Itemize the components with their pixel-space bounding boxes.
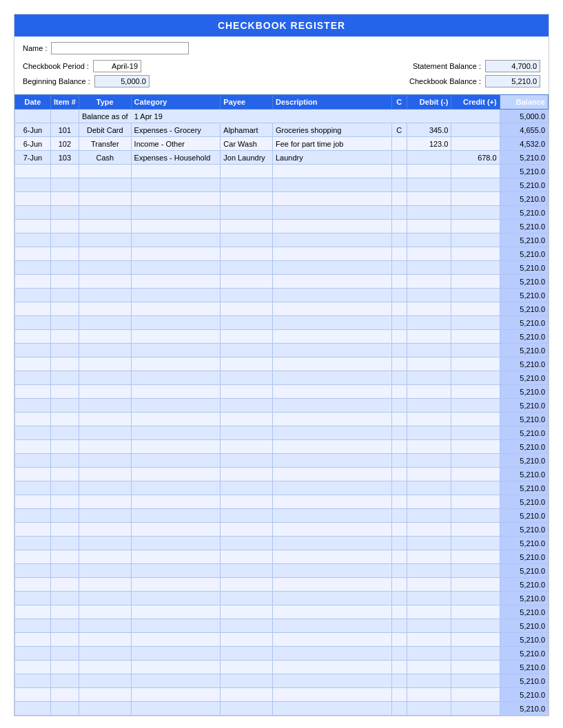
col-header-description: Description (272, 95, 391, 110)
empty-cell (221, 688, 273, 702)
empty-cell (451, 564, 500, 578)
empty-cell (50, 523, 79, 537)
name-input[interactable] (51, 42, 189, 54)
empty-cell (451, 233, 500, 247)
empty-cell (15, 371, 51, 385)
balance-cell: 5,210.0 (500, 220, 548, 233)
empty-cell (272, 468, 391, 481)
empty-cell (407, 702, 451, 716)
empty-cell (451, 178, 500, 192)
empty-cell (391, 523, 407, 537)
empty-cell (272, 344, 391, 357)
empty-cell (451, 661, 500, 674)
empty-cell (451, 702, 500, 716)
statement-input[interactable] (485, 60, 540, 72)
empty-cell (451, 165, 500, 178)
empty-cell (79, 537, 131, 550)
balance-cell: 5,210.0 (500, 371, 548, 385)
empty-cell (79, 509, 131, 523)
empty-cell (50, 357, 79, 371)
balance-cell: 5,210.0 (500, 413, 548, 426)
empty-cell (391, 440, 407, 454)
empty-cell (272, 399, 391, 413)
balance-cell: 5,210.0 (500, 619, 548, 633)
empty-cell (451, 413, 500, 426)
empty-cell (50, 233, 79, 247)
empty-cell (50, 633, 79, 647)
balance-as-of-label: Balance as of 1 Apr 19 (79, 110, 500, 123)
meta-section: Name : Checkbook Period : Statement Bala… (14, 37, 549, 90)
empty-cell (272, 578, 391, 592)
empty-cell (391, 633, 407, 647)
balance-cell: 5,210.0 (500, 537, 548, 550)
empty-cell (407, 647, 451, 661)
table-cell: 6-Jun (15, 123, 51, 137)
empty-cell (50, 206, 79, 220)
checkbook-input[interactable] (485, 75, 540, 87)
balance-cell: 5,210.0 (500, 605, 548, 619)
empty-cell (451, 206, 500, 220)
beginning-checkbook-row: Beginning Balance : Checkbook Balance : (23, 75, 540, 87)
statement-label: Statement Balance : (413, 62, 481, 70)
beginning-input[interactable] (94, 75, 150, 87)
empty-cell (15, 275, 51, 289)
empty-cell (451, 550, 500, 564)
empty-cell (15, 344, 51, 357)
empty-cell (451, 371, 500, 385)
empty-cell (391, 399, 407, 413)
balance-cell: 5,210.0 (500, 578, 548, 592)
empty-row: 5,210.0 (15, 165, 549, 178)
empty-cell (407, 550, 451, 564)
empty-cell (15, 247, 51, 261)
empty-cell (451, 247, 500, 261)
empty-cell (50, 413, 79, 426)
empty-cell (79, 385, 131, 399)
period-input[interactable] (93, 60, 141, 72)
empty-cell (407, 357, 451, 371)
empty-cell (131, 550, 221, 564)
empty-cell (272, 688, 391, 702)
table-row: 6-Jun102TransferIncome - OtherCar WashFe… (15, 137, 549, 151)
empty-cell (391, 674, 407, 688)
empty-cell (391, 385, 407, 399)
empty-cell (50, 605, 79, 619)
empty-row: 5,210.0 (15, 426, 549, 440)
empty-cell (131, 661, 221, 674)
table-cell: Transfer (79, 137, 131, 151)
empty-cell (79, 289, 131, 302)
empty-cell (272, 619, 391, 633)
empty-cell (79, 647, 131, 661)
empty-cell (50, 674, 79, 688)
empty-cell (451, 316, 500, 330)
table-cell: Debit Card (79, 123, 131, 137)
empty-cell (131, 564, 221, 578)
empty-cell (15, 220, 51, 233)
col-header-c: C (391, 95, 407, 110)
empty-cell (79, 688, 131, 702)
empty-cell (221, 357, 273, 371)
table-cell: Fee for part time job (272, 137, 391, 151)
empty-cell (391, 426, 407, 440)
table-cell (407, 151, 451, 165)
col-header-category: Category (131, 95, 221, 110)
balance-cell: 5,210.0 (500, 495, 548, 509)
table-cell: Groceries shopping (272, 123, 391, 137)
empty-cell (451, 357, 500, 371)
empty-cell (391, 468, 407, 481)
balance-cell: 5,210.0 (500, 674, 548, 688)
statement-right: Statement Balance : (413, 60, 540, 72)
empty-cell (221, 178, 273, 192)
balance-cell: 5,210.0 (500, 564, 548, 578)
empty-cell (407, 220, 451, 233)
empty-cell (50, 702, 79, 716)
empty-cell (131, 316, 221, 330)
empty-cell (272, 550, 391, 564)
empty-cell (15, 661, 51, 674)
balance-as-of-row: Balance as of 1 Apr 19 5,000.0 (15, 110, 549, 123)
empty-cell (407, 233, 451, 247)
empty-cell (272, 605, 391, 619)
empty-cell (50, 371, 79, 385)
empty-cell (272, 289, 391, 302)
balance-item (50, 110, 79, 123)
empty-cell (407, 385, 451, 399)
